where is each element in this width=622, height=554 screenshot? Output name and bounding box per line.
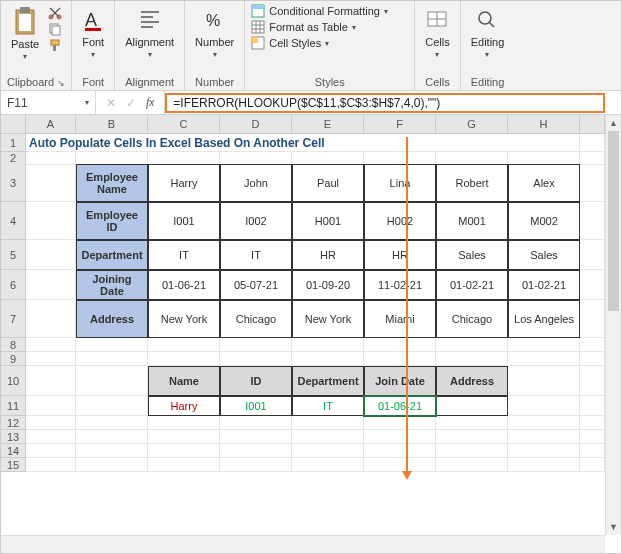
clipboard-icon xyxy=(12,6,38,36)
scroll-up-icon[interactable]: ▲ xyxy=(606,115,621,131)
worksheet[interactable]: A B C D E F G H 1 Auto Populate Cells In… xyxy=(1,115,621,472)
row-header[interactable]: 3 xyxy=(1,164,26,202)
row-header[interactable]: 5 xyxy=(1,240,26,270)
table-cell[interactable]: John xyxy=(220,164,292,202)
cells-button[interactable]: Cells ▾ xyxy=(421,4,453,61)
format-as-table-button[interactable]: Format as Table▾ xyxy=(251,20,388,34)
table-cell[interactable]: I001 xyxy=(148,202,220,240)
cut-button[interactable] xyxy=(47,6,63,20)
editing-button[interactable]: Editing ▾ xyxy=(467,4,509,61)
col-header[interactable]: F xyxy=(364,115,436,133)
table-header[interactable]: Address xyxy=(76,300,148,338)
table-cell[interactable]: 01-06-21 xyxy=(148,270,220,300)
scroll-down-icon[interactable]: ▼ xyxy=(606,519,621,535)
result-cell[interactable]: IT xyxy=(292,396,364,416)
table-cell[interactable]: 01-09-20 xyxy=(292,270,364,300)
table-cell[interactable]: H002 xyxy=(364,202,436,240)
row-header[interactable]: 1 xyxy=(1,134,26,152)
row-header[interactable]: 14 xyxy=(1,444,26,458)
row-header[interactable]: 8 xyxy=(1,338,26,352)
col-header[interactable]: E xyxy=(292,115,364,133)
table-cell[interactable]: HR xyxy=(364,240,436,270)
col-header[interactable] xyxy=(580,115,605,133)
col-header[interactable]: H xyxy=(508,115,580,133)
table-cell[interactable]: Paul xyxy=(292,164,364,202)
table-cell[interactable]: Alex xyxy=(508,164,580,202)
vertical-scrollbar[interactable]: ▲ ▼ xyxy=(605,115,621,535)
chevron-down-icon: ▾ xyxy=(352,23,356,32)
row-header[interactable]: 7 xyxy=(1,300,26,338)
result-cell[interactable]: I001 xyxy=(220,396,292,416)
alignment-button[interactable]: Alignment ▾ xyxy=(121,4,178,61)
result-header[interactable]: Department xyxy=(292,366,364,396)
table-cell[interactable]: Miami xyxy=(364,300,436,338)
result-header[interactable]: ID xyxy=(220,366,292,396)
table-cell[interactable]: Robert xyxy=(436,164,508,202)
horizontal-scrollbar[interactable] xyxy=(1,535,605,553)
row-header[interactable]: 4 xyxy=(1,202,26,240)
table-header[interactable]: Employee Name xyxy=(76,164,148,202)
row-header[interactable]: 12 xyxy=(1,416,26,430)
result-header[interactable]: Join Date xyxy=(364,366,436,396)
col-header[interactable]: G xyxy=(436,115,508,133)
table-cell[interactable]: Chicago xyxy=(436,300,508,338)
table-cell[interactable]: IT xyxy=(148,240,220,270)
table-cell[interactable]: 11-02-21 xyxy=(364,270,436,300)
col-header[interactable]: D xyxy=(220,115,292,133)
row-header[interactable]: 10 xyxy=(1,366,26,396)
select-all-button[interactable] xyxy=(1,115,26,133)
scroll-thumb[interactable] xyxy=(608,131,619,311)
dialog-launcher-icon[interactable]: ↘ xyxy=(57,78,65,88)
table-cell[interactable]: M001 xyxy=(436,202,508,240)
table-cell[interactable]: Chicago xyxy=(220,300,292,338)
cancel-icon[interactable]: ✕ xyxy=(106,96,116,110)
scissors-icon xyxy=(48,6,62,20)
paste-button[interactable]: Paste ▾ xyxy=(7,4,43,63)
table-cell[interactable]: Sales xyxy=(436,240,508,270)
format-painter-button[interactable] xyxy=(47,38,63,52)
table-cell[interactable]: M002 xyxy=(508,202,580,240)
table-cell[interactable]: 01-02-21 xyxy=(436,270,508,300)
col-header[interactable]: A xyxy=(26,115,76,133)
name-box[interactable]: F11 ▾ xyxy=(1,91,96,114)
formula-buttons: ✕ ✓ fx xyxy=(96,91,165,114)
table-cell[interactable]: Lina xyxy=(364,164,436,202)
font-button[interactable]: A Font ▾ xyxy=(78,4,108,61)
row-header[interactable]: 9 xyxy=(1,352,26,366)
enter-icon[interactable]: ✓ xyxy=(126,96,136,110)
table-cell[interactable]: Los Angeles xyxy=(508,300,580,338)
ribbon-group-clipboard: Paste ▾ Clipboard ↘ xyxy=(1,1,72,90)
row-header[interactable]: 6 xyxy=(1,270,26,300)
fx-icon[interactable]: fx xyxy=(146,95,154,110)
row-header[interactable]: 13 xyxy=(1,430,26,444)
result-cell[interactable]: Harry xyxy=(148,396,220,416)
table-cell[interactable]: 01-02-21 xyxy=(508,270,580,300)
result-header[interactable]: Name xyxy=(148,366,220,396)
chevron-down-icon: ▾ xyxy=(325,39,329,48)
table-header[interactable]: Department xyxy=(76,240,148,270)
selected-cell[interactable]: 01-06-21 xyxy=(364,396,436,416)
result-header[interactable]: Address xyxy=(436,366,508,396)
table-cell[interactable]: Sales xyxy=(508,240,580,270)
table-header[interactable]: Joining Date xyxy=(76,270,148,300)
table-cell[interactable]: IT xyxy=(220,240,292,270)
cell-styles-button[interactable]: Cell Styles▾ xyxy=(251,36,388,50)
row-header[interactable]: 15 xyxy=(1,458,26,472)
number-button[interactable]: % Number ▾ xyxy=(191,4,238,61)
sheet-title[interactable]: Auto Populate Cells In Excel Based On An… xyxy=(26,134,580,152)
formula-input[interactable]: =IFERROR(HLOOKUP($C$11,$C$3:$H$7,4,0),""… xyxy=(165,91,621,114)
table-cell[interactable]: Harry xyxy=(148,164,220,202)
table-cell[interactable]: H001 xyxy=(292,202,364,240)
col-header[interactable]: C xyxy=(148,115,220,133)
table-cell[interactable]: New York xyxy=(292,300,364,338)
row-header[interactable]: 11 xyxy=(1,396,26,416)
table-cell[interactable]: HR xyxy=(292,240,364,270)
table-cell[interactable]: I002 xyxy=(220,202,292,240)
copy-button[interactable] xyxy=(47,22,63,36)
table-cell[interactable]: 05-07-21 xyxy=(220,270,292,300)
conditional-formatting-button[interactable]: Conditional Formatting▾ xyxy=(251,4,388,18)
table-header[interactable]: Employee ID xyxy=(76,202,148,240)
table-cell[interactable]: New York xyxy=(148,300,220,338)
result-cell[interactable] xyxy=(436,396,508,416)
col-header[interactable]: B xyxy=(76,115,148,133)
